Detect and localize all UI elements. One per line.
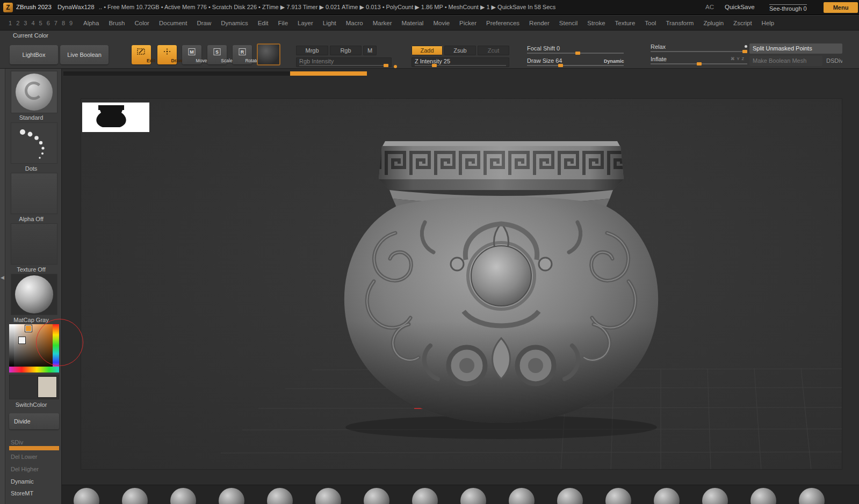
tray-material-12[interactable] <box>605 488 631 504</box>
secondary-color-swatch[interactable] <box>19 337 25 344</box>
see-through-slider[interactable]: See-through 0 <box>769 4 807 12</box>
menu-zscript[interactable]: Zscript <box>728 20 757 26</box>
del-higher-button[interactable]: Del Higher <box>11 466 62 472</box>
tray-edge-strip[interactable]: ◀ <box>0 69 5 504</box>
dynamic-mode-label[interactable]: Dynamic <box>604 59 624 64</box>
menu-button[interactable]: Menu <box>824 2 858 13</box>
menu-macro[interactable]: Macro <box>341 20 368 26</box>
tray-material-6[interactable] <box>315 488 341 504</box>
stroke-preview-dots[interactable] <box>11 122 57 164</box>
sdiv-slider[interactable] <box>9 446 59 450</box>
zsub-button[interactable]: Zsub <box>444 46 476 55</box>
scale-button[interactable]: S Scale <box>207 45 227 64</box>
hotkey-3[interactable]: 3 <box>24 20 27 26</box>
tray-collapse-arrow-icon[interactable]: ◀ <box>1 275 4 280</box>
tray-material-14[interactable] <box>702 488 728 504</box>
hotkey-8[interactable]: 8 <box>62 20 65 26</box>
menu-picker[interactable]: Picker <box>454 20 481 26</box>
menu-stencil[interactable]: Stencil <box>554 20 583 26</box>
picker-hue-horizontal-strip[interactable] <box>9 367 59 372</box>
quicksave-button[interactable]: QuickSave <box>725 4 755 10</box>
hotkey-9[interactable]: 9 <box>69 20 73 26</box>
focal-shift-slider[interactable]: Focal Shift 0 <box>527 45 624 54</box>
hotkey-6[interactable]: 6 <box>47 20 50 26</box>
menu-texture[interactable]: Texture <box>610 20 640 26</box>
canvas-viewport[interactable] <box>62 69 859 504</box>
move-button[interactable]: M Move <box>182 45 201 64</box>
alpha-preview[interactable] <box>11 173 57 214</box>
menu-zplugin[interactable]: Zplugin <box>698 20 728 26</box>
menu-file[interactable]: File <box>273 20 293 26</box>
tray-material-7[interactable] <box>364 488 389 504</box>
document-area[interactable] <box>81 98 842 470</box>
hotkey-1[interactable]: 1 <box>9 20 12 26</box>
menu-dynamics[interactable]: Dynamics <box>216 20 252 26</box>
tray-material-4[interactable] <box>219 488 244 504</box>
hotkey-4[interactable]: 4 <box>31 20 34 26</box>
relax-slider[interactable]: Relax <box>651 43 747 52</box>
menu-stroke[interactable]: Stroke <box>582 20 610 26</box>
canvas-scrollbar-thumb[interactable] <box>290 71 367 76</box>
color-picker[interactable] <box>9 324 59 372</box>
material-preview[interactable] <box>11 274 57 315</box>
draw-button[interactable]: Draw <box>157 45 177 64</box>
menu-brush[interactable]: Brush <box>104 20 129 26</box>
tray-material-3[interactable] <box>170 488 196 504</box>
menu-render[interactable]: Render <box>524 20 554 26</box>
hotkey-5[interactable]: 5 <box>39 20 42 26</box>
zcut-button[interactable]: Zcut <box>478 46 509 55</box>
tray-material-8[interactable] <box>412 488 438 504</box>
rotate-button[interactable]: R Rotate <box>233 45 252 64</box>
tray-material-15[interactable] <box>750 488 776 504</box>
tray-material-1[interactable] <box>74 488 99 504</box>
texture-preview[interactable] <box>11 223 57 265</box>
menu-help[interactable]: Help <box>757 20 779 26</box>
canvas-scrollbar[interactable] <box>63 71 367 76</box>
del-lower-button[interactable]: Del Lower <box>11 454 62 460</box>
menu-movie[interactable]: Movie <box>428 20 454 26</box>
z-intensity-slider[interactable]: Z Intensity 25 <box>412 57 509 67</box>
tray-material-11[interactable] <box>557 488 583 504</box>
divide-button[interactable]: Divide <box>9 413 59 429</box>
menu-tool[interactable]: Tool <box>640 20 661 26</box>
mrgb-button[interactable]: Mrgb <box>296 46 328 55</box>
picker-saturation-area[interactable] <box>14 324 53 367</box>
menu-edit[interactable]: Edit <box>253 20 273 26</box>
menu-layer[interactable]: Layer <box>293 20 318 26</box>
make-boolean-mesh-button[interactable]: Make Boolean Mesh <box>749 56 822 66</box>
rgb-intensity-slider[interactable]: Rgb Intensity <box>296 57 392 67</box>
live-boolean-button[interactable]: Live Boolean <box>60 45 109 64</box>
storemt-button[interactable]: StoreMT <box>11 490 62 496</box>
picker-hue-vertical-strip[interactable] <box>53 324 59 367</box>
tray-material-2[interactable] <box>122 488 148 504</box>
menu-material[interactable]: Material <box>397 20 429 26</box>
tray-material-16[interactable] <box>799 488 825 504</box>
menu-alpha[interactable]: Alpha <box>78 20 104 26</box>
tray-material-5[interactable] <box>267 488 293 504</box>
menu-light[interactable]: Light <box>318 20 341 26</box>
menu-transform[interactable]: Transform <box>661 20 698 26</box>
m-button[interactable]: M <box>363 46 377 55</box>
menu-draw[interactable]: Draw <box>192 20 216 26</box>
menu-color[interactable]: Color <box>129 20 154 26</box>
tray-material-9[interactable] <box>460 488 486 504</box>
switch-color-label[interactable]: SwitchColor <box>5 401 57 408</box>
menu-preferences[interactable]: Preferences <box>481 20 524 26</box>
dynamic-button[interactable]: Dynamic <box>11 478 62 485</box>
current-color-swatch[interactable] <box>38 376 57 398</box>
picker-grayscale-strip[interactable] <box>9 324 14 367</box>
primary-color-swatch[interactable] <box>25 325 32 332</box>
tray-material-13[interactable] <box>654 488 680 504</box>
split-unmasked-points-button[interactable]: Split Unmasked Points <box>749 43 842 54</box>
tray-material-10[interactable] <box>509 488 535 504</box>
brush-preview-standard[interactable] <box>11 71 57 113</box>
edit-button[interactable]: Edit <box>132 45 151 64</box>
hotkey-7[interactable]: 7 <box>54 20 57 26</box>
current-material-preview[interactable] <box>257 43 280 65</box>
menu-marker[interactable]: Marker <box>368 20 397 26</box>
rgb-button[interactable]: Rgb <box>330 46 362 55</box>
dsdiv-button[interactable]: DSDiv <box>826 56 842 66</box>
zadd-button[interactable]: Zadd <box>412 46 443 55</box>
hotkey-2[interactable]: 2 <box>16 20 19 26</box>
menu-document[interactable]: Document <box>154 20 192 26</box>
